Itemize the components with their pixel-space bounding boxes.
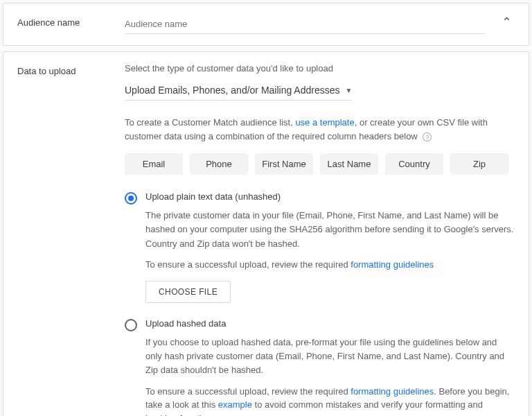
example-link[interactable]: example: [218, 399, 252, 410]
radio-block-hashed: Upload hashed data If you choose to uplo…: [125, 318, 515, 416]
intro-text: To create a Customer Match audience list…: [125, 116, 515, 144]
chip-country: Country: [385, 153, 443, 175]
radio-plain[interactable]: [125, 192, 137, 205]
radio-hashed[interactable]: [125, 319, 137, 331]
audience-name-card: Audience name ⌃: [3, 3, 529, 46]
data-upload-label: Data to upload: [17, 63, 125, 76]
chip-first-name: First Name: [255, 153, 313, 175]
data-upload-card: Data to upload Select the type of custom…: [3, 51, 529, 416]
collapse-toggle[interactable]: ⌃: [499, 15, 515, 30]
use-template-link[interactable]: use a template: [295, 117, 354, 128]
chip-zip: Zip: [450, 153, 508, 175]
formatting-guidelines-link-1[interactable]: formatting guidelines: [351, 259, 434, 270]
radio-block-plain: Upload plain text data (unhashed) The pr…: [125, 191, 515, 303]
help-icon[interactable]: ?: [423, 132, 432, 141]
upload-instruction: Select the type of customer data you'd l…: [125, 63, 515, 73]
column-chips: Email Phone First Name Last Name Country…: [125, 153, 515, 175]
radio-plain-title: Upload plain text data (unhashed): [145, 191, 281, 202]
chip-email: Email: [125, 153, 183, 175]
radio-hashed-hint: To ensure a successful upload, review th…: [145, 385, 515, 416]
radio-hashed-title: Upload hashed data: [145, 318, 226, 329]
radio-plain-desc: The private customer data in your file (…: [145, 209, 515, 250]
radio-hashed-desc: If you choose to upload hashed data, pre…: [145, 336, 515, 377]
data-type-dropdown[interactable]: Upload Emails, Phones, and/or Mailing Ad…: [125, 80, 352, 101]
choose-file-button[interactable]: CHOOSE FILE: [145, 281, 231, 303]
audience-name-input[interactable]: [125, 15, 485, 34]
chip-phone: Phone: [190, 153, 248, 175]
chevron-up-icon: ⌃: [502, 15, 512, 29]
audience-name-label: Audience name: [17, 15, 125, 28]
chip-last-name: Last Name: [320, 153, 378, 175]
caret-down-icon: ▼: [346, 87, 353, 94]
dropdown-value: Upload Emails, Phones, and/or Mailing Ad…: [125, 85, 340, 96]
formatting-guidelines-link-2[interactable]: formatting guidelines: [351, 386, 434, 397]
radio-plain-hint: To ensure a successful upload, review th…: [145, 258, 515, 272]
